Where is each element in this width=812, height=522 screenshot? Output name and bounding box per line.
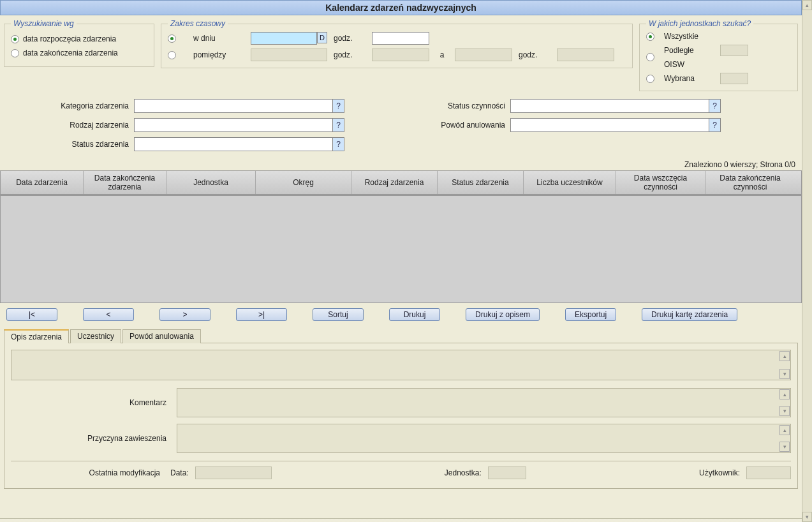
date-to-input[interactable] xyxy=(455,48,512,61)
label-jednostka-mod: Jednostka: xyxy=(445,468,482,477)
date-picker-button[interactable]: D xyxy=(317,32,327,43)
label-kategoria: Kategoria zdarzenia xyxy=(45,101,134,110)
units-fieldset: W jakich jednostkach szukać? Wszystkie P… xyxy=(639,19,798,91)
input-rodzaj[interactable]: ? xyxy=(134,118,344,132)
time-range-legend: Zakres czasowy xyxy=(168,19,228,28)
label-przyczyna: Przyczyna zawieszenia xyxy=(11,434,170,443)
radio-end-date-label: data zakończenia zdarzenia xyxy=(23,48,118,57)
export-button[interactable]: Eksportuj xyxy=(565,308,616,321)
selected-unit-input[interactable] xyxy=(720,73,748,84)
time-from-input[interactable] xyxy=(372,48,429,61)
date-from-input[interactable] xyxy=(251,48,327,61)
window-scrollbar[interactable]: ▴ ▾ xyxy=(802,0,812,522)
lookup-status-zdarzenia[interactable]: ? xyxy=(332,138,344,151)
prev-page-button[interactable]: < xyxy=(83,308,134,321)
radio-end-date[interactable] xyxy=(11,49,19,57)
radio-between-label: pomiędzy xyxy=(193,50,244,59)
found-count: Znaleziono 0 wierszy; Strona 0/0 xyxy=(0,159,802,170)
lastmod-uzytkownik xyxy=(746,466,791,479)
date-on-day-input[interactable] xyxy=(251,32,317,45)
radio-selected-unit[interactable] xyxy=(646,75,654,83)
sort-button[interactable]: Sortuj xyxy=(313,308,364,321)
lastmod-jednostka xyxy=(488,466,526,479)
first-page-button[interactable]: |< xyxy=(6,308,57,321)
tab-uczestnicy[interactable]: Uczestnicy xyxy=(70,329,121,343)
page-title: Kalendarz zdarzeń nadzwyczajnych xyxy=(0,0,802,15)
label-status-zdarzenia: Status zdarzenia xyxy=(45,140,134,149)
komentarz-scrollbar[interactable]: ▴▾ xyxy=(779,389,790,416)
time-label-3: godz. xyxy=(519,50,550,59)
label-lastmod: Ostatnia modyfikacja xyxy=(11,468,164,477)
radio-all-units[interactable] xyxy=(646,33,654,41)
time-label-2: godz. xyxy=(334,50,365,59)
radio-sub-units-label-a: Podległe xyxy=(664,46,715,55)
col-status[interactable]: Status zdarzenia xyxy=(438,171,524,194)
input-status-zdarzenia[interactable]: ? xyxy=(134,137,344,151)
radio-on-day[interactable] xyxy=(168,34,176,43)
col-data-zakonczenia[interactable]: Data zakończenia zdarzenia xyxy=(84,171,166,194)
results-table-body[interactable] xyxy=(0,196,802,303)
przyczyna-scrollbar[interactable]: ▴▾ xyxy=(779,425,790,452)
units-legend: W jakich jednostkach szukać? xyxy=(646,19,753,28)
results-table-header: Data zdarzenia Data zakończenia zdarzeni… xyxy=(0,170,802,196)
lookup-rodzaj[interactable]: ? xyxy=(332,119,344,131)
col-data-zdarzenia[interactable]: Data zdarzenia xyxy=(1,171,84,194)
tab-panel-opis: ▴▾ Komentarz ▴▾ Przyczyna zawieszenia ▴▾… xyxy=(4,343,798,489)
tab-powod[interactable]: Powód anulowania xyxy=(122,329,201,343)
input-powod[interactable]: ? xyxy=(510,118,721,132)
radio-on-day-label: w dniu xyxy=(193,34,244,43)
label-status-czynnosci: Status czynności xyxy=(421,101,510,110)
description-textarea[interactable]: ▴▾ xyxy=(11,350,791,380)
col-okreg[interactable]: Okręg xyxy=(256,171,351,194)
col-zakonczenia-cz[interactable]: Data zakończenia czynności xyxy=(705,171,795,194)
a-label: a xyxy=(436,50,448,59)
col-liczba[interactable]: Liczba uczestników xyxy=(524,171,616,194)
lastmod-data xyxy=(195,466,272,479)
col-wszczecia[interactable]: Data wszczęcia czynności xyxy=(616,171,705,194)
radio-selected-unit-label: Wybrana xyxy=(664,74,715,83)
print-card-button[interactable]: Drukuj kartę zdarzenia xyxy=(642,308,737,321)
radio-sub-units[interactable] xyxy=(646,53,654,61)
radio-between[interactable] xyxy=(168,51,176,59)
radio-start-date[interactable] xyxy=(11,35,19,43)
lookup-kategoria[interactable]: ? xyxy=(332,100,344,112)
label-uzytkownik: Użytkownik: xyxy=(699,468,740,477)
print-desc-button[interactable]: Drukuj z opisem xyxy=(466,308,540,321)
input-kategoria[interactable]: ? xyxy=(134,99,344,113)
lookup-powod[interactable]: ? xyxy=(709,119,720,131)
radio-all-units-label: Wszystkie xyxy=(664,32,715,41)
time-label-1: godz. xyxy=(334,34,365,43)
sub-unit-input[interactable] xyxy=(720,45,748,56)
label-rodzaj: Rodzaj zdarzenia xyxy=(45,121,134,130)
time-range-fieldset: Zakres czasowy w dniu D godz. pomiędzy g… xyxy=(161,19,633,68)
col-rodzaj[interactable]: Rodzaj zdarzenia xyxy=(351,171,438,194)
label-komentarz: Komentarz xyxy=(11,398,170,407)
radio-start-date-label: data rozpoczęcia zdarzenia xyxy=(23,34,116,43)
description-scrollbar[interactable]: ▴▾ xyxy=(779,351,790,379)
radio-sub-units-label-b: OISW xyxy=(664,60,715,69)
print-button[interactable]: Drukuj xyxy=(389,308,440,321)
input-status-czynnosci[interactable]: ? xyxy=(510,99,721,113)
search-by-legend: Wyszukiwanie wg xyxy=(11,19,77,28)
time-to-input[interactable] xyxy=(557,48,614,61)
komentarz-textarea[interactable]: ▴▾ xyxy=(177,388,791,417)
przyczyna-textarea[interactable]: ▴▾ xyxy=(177,424,791,453)
label-powod: Powód anulowania xyxy=(421,121,510,130)
scroll-down-icon[interactable]: ▾ xyxy=(802,512,812,522)
col-jednostka[interactable]: Jednostka xyxy=(166,171,256,194)
lookup-status-czynnosci[interactable]: ? xyxy=(709,100,720,112)
next-page-button[interactable]: > xyxy=(159,308,210,321)
scroll-up-icon[interactable]: ▴ xyxy=(802,0,812,10)
label-data: Data: xyxy=(170,468,189,477)
search-by-fieldset: Wyszukiwanie wg data rozpoczęcia zdarzen… xyxy=(4,19,154,67)
tab-opis[interactable]: Opis zdarzenia xyxy=(4,329,69,343)
time-on-day-input[interactable] xyxy=(372,32,429,45)
last-page-button[interactable]: >| xyxy=(236,308,287,321)
